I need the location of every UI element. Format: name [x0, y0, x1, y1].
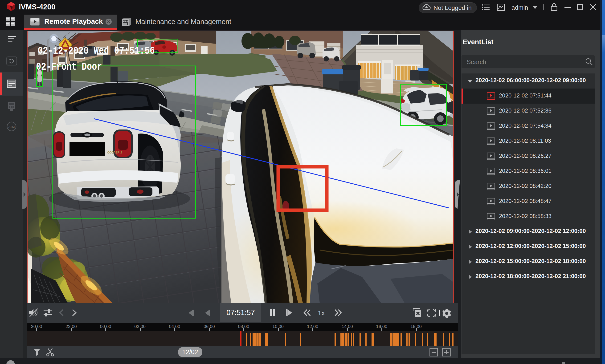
svg-text:02-Front Door: 02-Front Door — [36, 61, 102, 73]
svg-text:COOPER S: COOPER S — [107, 151, 122, 154]
svg-text:02-12-2020 Wed 07:51:56: 02-12-2020 Wed 07:51:56 — [38, 45, 155, 57]
svg-text:ATM: ATM — [9, 125, 15, 129]
